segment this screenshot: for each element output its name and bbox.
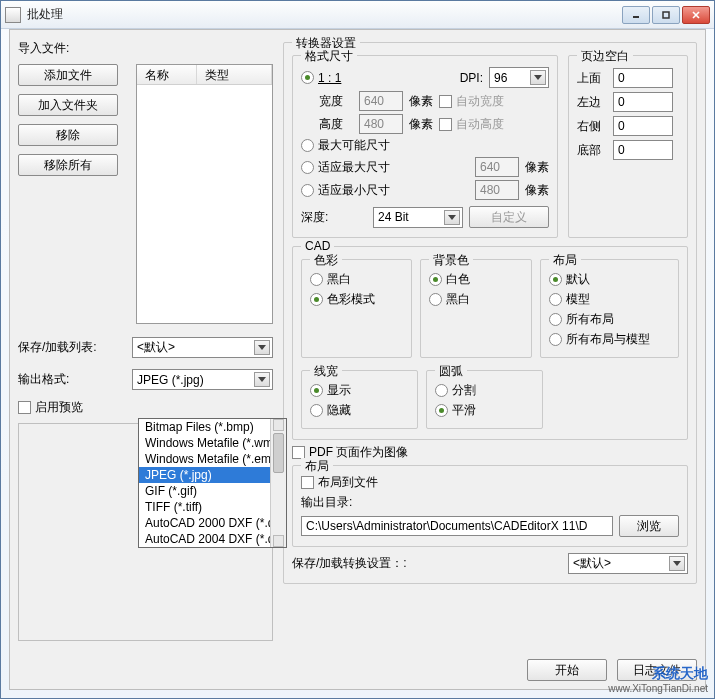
bg-white-radio[interactable]: 白色: [429, 271, 522, 288]
app-icon: [5, 7, 21, 23]
format-option[interactable]: Windows Metafile (*.em: [139, 451, 286, 467]
format-size-title: 格式尺寸: [301, 48, 357, 65]
close-button[interactable]: [682, 6, 710, 24]
width-label: 宽度: [319, 93, 353, 110]
layout-to-file-checkbox[interactable]: 布局到文件: [301, 474, 378, 491]
fit-max-input[interactable]: 640: [475, 157, 519, 177]
outdir-label: 输出目录:: [301, 494, 679, 511]
start-button[interactable]: 开始: [527, 659, 607, 681]
layout-group: 布局 默认 模型 所有布局 所有布局与模型: [540, 259, 679, 358]
bgcolor-group: 背景色 白色 黑白: [420, 259, 531, 358]
linewidth-group: 线宽 显示 隐藏: [301, 370, 418, 429]
output-format-label: 输出格式:: [18, 371, 126, 388]
converter-settings-group: 转换器设置 格式尺寸 1 : 1 DPI: 96 宽度: [283, 42, 697, 584]
minimize-button[interactable]: [622, 6, 650, 24]
output-format-combo[interactable]: JPEG (*.jpg): [132, 369, 273, 390]
save-conv-label: 保存/加载转换设置：:: [292, 555, 407, 572]
save-list-combo[interactable]: <默认>: [132, 337, 273, 358]
color-group: 色彩 黑白 色彩模式: [301, 259, 412, 358]
margins-group: 页边空白 上面0 左边0 右侧0 底部0: [568, 55, 688, 238]
col-type[interactable]: 类型: [197, 65, 272, 84]
arc-group: 圆弧 分割 平滑: [426, 370, 543, 429]
format-option[interactable]: GIF (*.gif): [139, 483, 286, 499]
fit-max-radio[interactable]: 适应最大尺寸: [301, 159, 390, 176]
dpi-label: DPI:: [460, 71, 483, 85]
output-format-value: JPEG (*.jpg): [137, 373, 204, 387]
titlebar: 批处理: [1, 1, 714, 29]
width-input[interactable]: 640: [359, 91, 403, 111]
chevron-down-icon: [530, 70, 546, 85]
color-mode-radio[interactable]: 色彩模式: [310, 291, 403, 308]
max-possible-radio[interactable]: 最大可能尺寸: [301, 137, 390, 154]
layout-all-model-radio[interactable]: 所有布局与模型: [549, 331, 670, 348]
col-name[interactable]: 名称: [137, 65, 197, 84]
lw-hide-radio[interactable]: 隐藏: [310, 402, 409, 419]
format-option[interactable]: AutoCAD 2004 DXF (*.dx: [139, 531, 286, 547]
height-input[interactable]: 480: [359, 114, 403, 134]
fit-min-input[interactable]: 480: [475, 180, 519, 200]
cad-group: CAD 色彩 黑白 色彩模式 背景色 白色 黑白: [292, 246, 688, 440]
checkbox-icon: [18, 401, 31, 414]
format-size-group: 格式尺寸 1 : 1 DPI: 96 宽度 640 像素: [292, 55, 558, 238]
depth-label: 深度:: [301, 209, 328, 226]
outdir-input[interactable]: C:\Users\Administrator\Documents\CADEdit…: [301, 516, 613, 536]
save-list-value: <默认>: [137, 339, 175, 356]
lw-show-radio[interactable]: 显示: [310, 382, 409, 399]
right-panel: 转换器设置 格式尺寸 1 : 1 DPI: 96 宽度: [283, 38, 697, 641]
auto-width-checkbox: 自动宽度: [439, 93, 504, 110]
color-bw-radio[interactable]: 黑白: [310, 271, 403, 288]
save-conv-combo[interactable]: <默认>: [568, 553, 688, 574]
arc-smooth-radio[interactable]: 平滑: [435, 402, 534, 419]
fit-min-radio[interactable]: 适应最小尺寸: [301, 182, 390, 199]
format-option[interactable]: JPEG (*.jpg): [139, 467, 286, 483]
bg-black-radio[interactable]: 黑白: [429, 291, 522, 308]
window-title: 批处理: [27, 6, 622, 23]
height-unit: 像素: [409, 116, 433, 133]
cad-title: CAD: [301, 239, 334, 253]
footer: 开始 日志文件: [527, 659, 697, 681]
margin-right-input[interactable]: 0: [613, 116, 673, 136]
auto-height-checkbox: 自动高度: [439, 116, 504, 133]
window-controls: [622, 6, 710, 24]
chevron-down-icon: [254, 372, 270, 387]
add-file-button[interactable]: 添加文件: [18, 64, 118, 86]
file-list-header: 名称 类型: [137, 65, 272, 85]
svg-rect-1: [663, 12, 669, 18]
log-button[interactable]: 日志文件: [617, 659, 697, 681]
browse-button[interactable]: 浏览: [619, 515, 679, 537]
remove-button[interactable]: 移除: [18, 124, 118, 146]
chevron-down-icon: [444, 210, 460, 225]
format-option[interactable]: AutoCAD 2000 DXF (*.dx: [139, 515, 286, 531]
width-unit: 像素: [409, 93, 433, 110]
margin-bottom-input[interactable]: 0: [613, 140, 673, 160]
output-layout-group: 布局 布局到文件 输出目录: C:\Users\Administrator\Do…: [292, 465, 688, 547]
enable-preview-checkbox[interactable]: 启用预览: [18, 399, 83, 416]
enable-preview-label: 启用预览: [35, 399, 83, 416]
maximize-button[interactable]: [652, 6, 680, 24]
remove-all-button[interactable]: 移除所有: [18, 154, 118, 176]
height-label: 高度: [319, 116, 353, 133]
margin-top-input[interactable]: 0: [613, 68, 673, 88]
margin-left-input[interactable]: 0: [613, 92, 673, 112]
format-option[interactable]: Bitmap Files (*.bmp): [139, 419, 286, 435]
scrollbar[interactable]: [270, 419, 286, 547]
layout-model-radio[interactable]: 模型: [549, 291, 670, 308]
format-option[interactable]: TIFF (*.tiff): [139, 499, 286, 515]
output-format-dropdown[interactable]: Bitmap Files (*.bmp)Windows Metafile (*.…: [138, 418, 287, 548]
add-folder-button[interactable]: 加入文件夹: [18, 94, 118, 116]
import-files-label: 导入文件:: [18, 40, 273, 57]
format-option[interactable]: Windows Metafile (*.wm: [139, 435, 286, 451]
layout-default-radio[interactable]: 默认: [549, 271, 670, 288]
layout-all-radio[interactable]: 所有布局: [549, 311, 670, 328]
arc-split-radio[interactable]: 分割: [435, 382, 534, 399]
left-panel: 导入文件: 添加文件 加入文件夹 移除 移除所有 名称 类型: [18, 38, 273, 641]
client-area: 导入文件: 添加文件 加入文件夹 移除 移除所有 名称 类型: [9, 29, 706, 690]
window: 批处理 导入文件: 添加文件 加入文件夹 移除 移除所有: [0, 0, 715, 699]
margins-title: 页边空白: [577, 48, 633, 65]
save-list-label: 保存/加载列表:: [18, 339, 126, 356]
chevron-down-icon: [254, 340, 270, 355]
ratio-1-1-radio[interactable]: 1 : 1: [301, 71, 341, 85]
depth-combo[interactable]: 24 Bit: [373, 207, 463, 228]
file-list[interactable]: 名称 类型: [136, 64, 273, 324]
dpi-combo[interactable]: 96: [489, 67, 549, 88]
